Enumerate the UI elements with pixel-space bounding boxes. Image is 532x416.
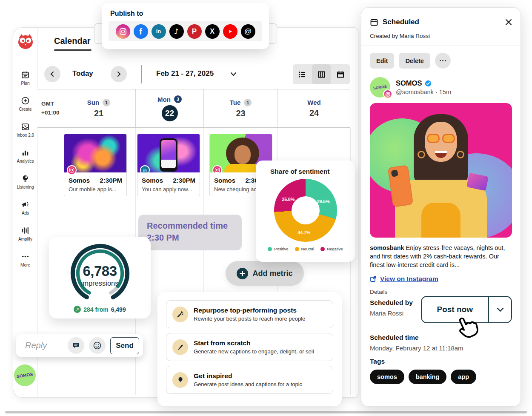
- instagram-icon[interactable]: [116, 24, 130, 39]
- sidebar-item-ads[interactable]: Ads: [13, 198, 37, 224]
- columns-view-icon: [317, 70, 326, 79]
- sentiment-title: Share of sentiment: [256, 161, 355, 175]
- emoji-button[interactable]: [89, 337, 106, 354]
- calendar-icon: [370, 18, 378, 26]
- timezone-offset: +01:00: [41, 109, 62, 117]
- day-date: 24: [309, 108, 319, 118]
- linkedin-icon[interactable]: in: [152, 24, 166, 39]
- reply-input[interactable]: Reply: [25, 341, 63, 350]
- post-card-mon[interactable]: in Somos2:30PM You can apply now...: [137, 134, 200, 196]
- trend-up-icon: ↗: [74, 306, 81, 313]
- legend-label: Neutral: [301, 247, 315, 251]
- legend-dot-negative: [320, 247, 325, 251]
- sidebar-nav: Plan Create Inbox 2.0 Analytics Listenin…: [13, 68, 37, 275]
- recommended-time-label: Recommended time: [147, 220, 233, 232]
- instagram-icon: [383, 89, 392, 99]
- screen-bottom-edge: [5, 411, 527, 413]
- view-toggle-group: [293, 64, 350, 84]
- bar-chart-icon: [21, 148, 30, 157]
- edit-button[interactable]: Edit: [370, 53, 394, 69]
- pencil-icon: [172, 339, 188, 355]
- suggestion-repurpose[interactable]: Repurpose top-performing posts Rewrite y…: [166, 300, 333, 328]
- list-view-icon: [298, 70, 306, 79]
- instagram-icon: [212, 165, 222, 172]
- today-button[interactable]: Today: [72, 69, 93, 78]
- created-by-text: Created by Maria Rossi: [370, 33, 512, 39]
- youtube-icon[interactable]: [223, 24, 237, 39]
- suggestion-scratch[interactable]: Start from scratch Generate new captions…: [166, 333, 333, 361]
- network-icon-strip: f in ♪ P X @: [109, 21, 262, 41]
- tag-app[interactable]: app: [451, 370, 476, 384]
- more-options-button[interactable]: [435, 53, 451, 69]
- chevron-down-icon: [497, 307, 504, 312]
- x-icon[interactable]: X: [205, 24, 220, 39]
- prev-week-button[interactable]: [44, 66, 60, 82]
- plus-icon: [237, 268, 248, 279]
- day-date: 21: [94, 109, 103, 118]
- impressions-value: 6,783: [49, 263, 151, 279]
- ellipsis-icon: [21, 252, 30, 261]
- suggestion-inspired[interactable]: Get inspired Generate post ideas and cap…: [166, 366, 333, 394]
- suggestion-subtitle: Generate post ideas and captions for a t…: [194, 381, 302, 387]
- send-button[interactable]: Send: [110, 337, 139, 354]
- sidebar-item-listening[interactable]: Listening: [13, 172, 37, 198]
- week-view-button[interactable]: [312, 64, 331, 84]
- suggestion-subtitle: Rewrite your best posts to reach more pe…: [194, 316, 305, 322]
- sidebar-item-analytics[interactable]: Analytics: [13, 146, 37, 172]
- megaphone-icon: [21, 200, 30, 209]
- bulb-icon: [172, 372, 188, 388]
- post-card-sun[interactable]: Somos2:30PM Our mobile app is...: [64, 134, 127, 196]
- avatar-label: SOMOS: [373, 84, 387, 90]
- sidebar-item-inbox[interactable]: Inbox 2.0: [13, 120, 37, 146]
- sidebar-item-label: Plan: [21, 81, 29, 86]
- legend-label: Negative: [327, 247, 343, 251]
- sidebar-item-label: Analytics: [17, 159, 34, 164]
- sidebar-item-plan[interactable]: Plan: [13, 68, 37, 94]
- date-range-selector[interactable]: Feb 21 - 27, 2025: [156, 69, 214, 78]
- avatar[interactable]: SOMOS: [14, 364, 36, 386]
- linkedin-icon: in: [140, 165, 150, 172]
- sidebar-item-more[interactable]: More: [13, 250, 37, 275]
- day-name: Sun: [87, 99, 99, 106]
- post-account: Somos: [142, 177, 163, 184]
- post-caption: You can apply now...: [142, 186, 195, 192]
- post-count-badge: 1: [244, 99, 252, 106]
- sidebar-item-create[interactable]: Create: [13, 94, 37, 120]
- threads-icon[interactable]: @: [241, 24, 255, 39]
- tiktok-icon[interactable]: ♪: [169, 24, 184, 39]
- phone-image: [160, 138, 177, 172]
- view-on-instagram-link[interactable]: View on Instagram: [370, 275, 512, 283]
- tag-banking[interactable]: banking: [409, 370, 447, 384]
- sidebar-item-label: Listening: [17, 185, 34, 189]
- chevron-down-icon[interactable]: [230, 72, 237, 76]
- hootsuite-owl-logo[interactable]: [16, 33, 35, 51]
- day-name: Tue: [230, 99, 241, 106]
- timezone-gmt: GMT: [41, 100, 62, 108]
- day-column-wed[interactable]: Wed 24: [277, 89, 350, 127]
- delete-button[interactable]: Delete: [399, 53, 430, 69]
- add-metric-button[interactable]: Add metric: [226, 261, 304, 286]
- saved-replies-button[interactable]: [68, 337, 84, 354]
- impressions-delta: 284 from: [83, 306, 108, 313]
- next-week-button[interactable]: [111, 66, 127, 82]
- publish-to-title: Publish to: [102, 3, 269, 17]
- tag-somos[interactable]: somos: [370, 370, 404, 384]
- recommended-time-value: 2:30 PM: [147, 232, 233, 244]
- close-icon[interactable]: [505, 19, 512, 26]
- month-view-button[interactable]: [331, 64, 350, 84]
- list-view-button[interactable]: [293, 64, 312, 84]
- legend-label: Positive: [274, 247, 288, 251]
- caption-account: somosbank: [370, 244, 404, 251]
- sidebar-item-label: Inbox 2.0: [17, 133, 34, 138]
- post-now-dropdown[interactable]: [489, 297, 511, 322]
- impressions-base: 6,499: [111, 306, 126, 313]
- day-column-mon[interactable]: Mon3 22: [135, 89, 203, 127]
- panel-title: Scheduled: [383, 18, 501, 26]
- tab-calendar[interactable]: Calendar: [54, 36, 91, 46]
- day-column-sun[interactable]: Sun1 21: [62, 89, 135, 127]
- sidebar-item-amplify[interactable]: Amplify: [13, 224, 37, 250]
- pinterest-icon[interactable]: P: [187, 24, 202, 39]
- chevron-left-icon: [49, 71, 55, 77]
- facebook-icon[interactable]: f: [134, 24, 148, 39]
- day-column-tue[interactable]: Tue1 23: [203, 89, 277, 127]
